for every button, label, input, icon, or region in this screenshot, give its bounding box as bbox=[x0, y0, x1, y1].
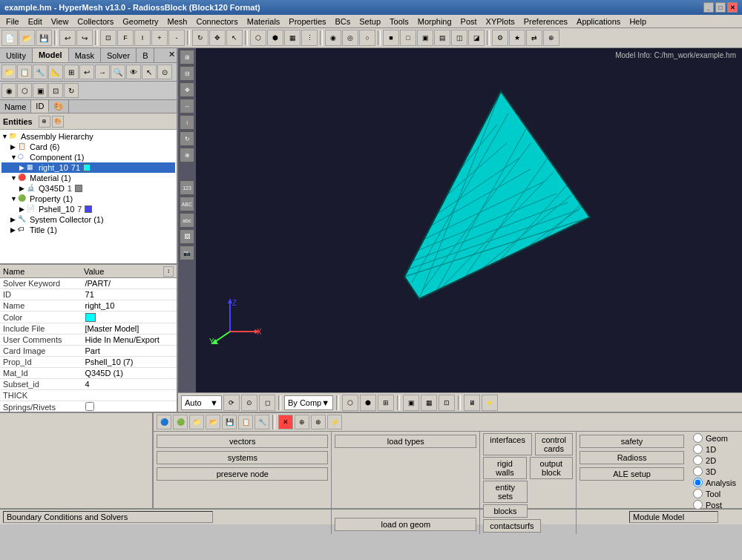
radio-1d[interactable]: 1D bbox=[693, 444, 736, 454]
bt-btn-10[interactable]: ⚡ bbox=[327, 415, 342, 429]
left-icon-3[interactable]: 🔧 bbox=[33, 65, 47, 79]
left-icon-4[interactable]: 📐 bbox=[48, 65, 63, 79]
vt-123-btn[interactable]: 123 bbox=[180, 180, 194, 195]
menu-mesh[interactable]: Mesh bbox=[163, 15, 192, 27]
radio-geom[interactable]: Geom bbox=[693, 433, 736, 443]
tree-right10[interactable]: ▶ ▦ right_10 71 bbox=[1, 162, 175, 173]
menu-help[interactable]: Help bbox=[625, 15, 651, 27]
shade-btn-5[interactable]: ◫ bbox=[451, 30, 467, 46]
load-on-geom-button[interactable]: load on geom bbox=[335, 518, 476, 531]
tree-title[interactable]: ▶ 🏷 Title (1) bbox=[1, 225, 175, 235]
output-block-button[interactable]: output block bbox=[530, 457, 573, 479]
select-button[interactable]: ↖ bbox=[226, 30, 243, 46]
view-front-button[interactable]: F bbox=[117, 30, 134, 46]
view-fit-button[interactable]: ⊡ bbox=[100, 30, 116, 46]
left-icon-13[interactable]: ⬡ bbox=[17, 83, 32, 98]
vectors-button[interactable]: vectors bbox=[157, 435, 328, 448]
left-icon-10[interactable]: ↖ bbox=[142, 65, 157, 79]
tab-utility[interactable]: Utility bbox=[0, 48, 33, 62]
left-icon-6[interactable]: ↩ bbox=[79, 65, 94, 79]
menu-applications[interactable]: Applications bbox=[572, 15, 625, 27]
preserve-node-button[interactable]: preserve node bbox=[157, 467, 328, 481]
menu-collectors[interactable]: Collectors bbox=[73, 15, 118, 27]
radio-analysis[interactable]: Analysis bbox=[693, 478, 736, 487]
vt-btn-4[interactable]: ↔ bbox=[180, 99, 194, 113]
menu-file[interactable]: File bbox=[1, 15, 24, 27]
menu-edit[interactable]: Edit bbox=[24, 15, 47, 27]
vt-btn-7[interactable]: ⊕ bbox=[180, 148, 194, 162]
vt-btn-2[interactable]: ⊟ bbox=[180, 66, 194, 81]
ale-setup-button[interactable]: ALE setup bbox=[580, 467, 684, 481]
radio-post[interactable]: Post bbox=[693, 500, 736, 510]
redo-button[interactable]: ↪ bbox=[76, 30, 93, 46]
vb-monitor-btn[interactable]: 🖥 bbox=[464, 395, 480, 411]
menu-preferences[interactable]: Preferences bbox=[519, 15, 572, 27]
tab-b[interactable]: B bbox=[137, 48, 154, 62]
radio-2d[interactable]: 2D bbox=[693, 455, 736, 465]
shade-btn-2[interactable]: □ bbox=[400, 30, 416, 46]
minimize-button[interactable]: _ bbox=[703, 2, 714, 13]
bt-btn-4[interactable]: 📂 bbox=[206, 415, 220, 429]
mesh-btn-1[interactable]: ⬡ bbox=[250, 30, 266, 46]
subtab-name[interactable]: Name bbox=[0, 100, 31, 113]
radio-tool-input[interactable] bbox=[693, 489, 703, 498]
vt-img-btn[interactable]: 🖼 bbox=[180, 229, 194, 244]
bt-btn-9[interactable]: ⊗ bbox=[311, 415, 326, 429]
bt-btn-1[interactable]: 🔵 bbox=[157, 415, 171, 429]
shade-btn-6[interactable]: ◪ bbox=[468, 30, 485, 46]
mesh-btn-2[interactable]: ⬢ bbox=[267, 30, 283, 46]
bycomp-dropdown[interactable]: By Comp ▼ bbox=[284, 395, 333, 410]
tab-solver[interactable]: Solver bbox=[101, 48, 137, 62]
load-types-button[interactable]: load types bbox=[335, 435, 476, 448]
tree-syscollector[interactable]: ▶ 🔧 System Collector (1) bbox=[1, 214, 175, 225]
springs-checkbox[interactable] bbox=[85, 402, 94, 411]
menu-setup[interactable]: Setup bbox=[355, 15, 385, 27]
shade-btn-4[interactable]: ▤ bbox=[434, 30, 450, 46]
entity-sets-button[interactable]: entity sets bbox=[483, 481, 527, 503]
menu-connectors[interactable]: Connectors bbox=[191, 15, 242, 27]
menu-xyplots[interactable]: XYPlots bbox=[482, 15, 519, 27]
viewport-canvas[interactable]: Model Info: C:/hm_work/example.hm ⊞ ⊟ ✥ … bbox=[178, 48, 742, 392]
subtab-id[interactable]: ID bbox=[31, 100, 49, 113]
left-icon-7[interactable]: → bbox=[95, 65, 110, 79]
new-button[interactable]: 📄 bbox=[1, 30, 18, 46]
vb-btn-1[interactable]: ⟳ bbox=[223, 395, 240, 411]
props-expand-btn[interactable]: ↕ bbox=[163, 266, 174, 277]
left-icon-8[interactable]: 🔍 bbox=[111, 65, 125, 79]
subtab-color[interactable]: 🎨 bbox=[49, 100, 69, 113]
radio-tool[interactable]: Tool bbox=[693, 489, 736, 498]
left-icon-1[interactable]: 📁 bbox=[1, 65, 16, 79]
color-swatch[interactable] bbox=[85, 313, 96, 322]
display-btn-3[interactable]: ○ bbox=[359, 30, 375, 46]
vb-btn-8[interactable]: ▦ bbox=[421, 395, 437, 411]
vb-btn-4[interactable]: ⬡ bbox=[342, 395, 358, 411]
vt-btn-1[interactable]: ⊞ bbox=[180, 50, 194, 65]
control-cards-button[interactable]: control cards bbox=[535, 433, 573, 455]
menu-tools[interactable]: Tools bbox=[385, 15, 413, 27]
radio-2d-input[interactable] bbox=[693, 455, 703, 465]
bt-btn-2[interactable]: 🟢 bbox=[173, 415, 188, 429]
extra-btn-3[interactable]: ⇄ bbox=[526, 30, 542, 46]
vb-btn-5[interactable]: ⬢ bbox=[360, 395, 376, 411]
vt-abc-btn[interactable]: ABC bbox=[180, 197, 194, 211]
systems-button[interactable]: systems bbox=[157, 451, 328, 464]
radio-analysis-input[interactable] bbox=[693, 478, 703, 487]
zoom-in-button[interactable]: + bbox=[151, 30, 168, 46]
shade-btn-1[interactable]: ■ bbox=[383, 30, 399, 46]
tree-component[interactable]: ▼ ⬡ Component (1) bbox=[1, 152, 175, 162]
menu-view[interactable]: View bbox=[47, 15, 73, 27]
rigid-walls-button[interactable]: rigid walls bbox=[483, 457, 526, 479]
left-icon-15[interactable]: ⊡ bbox=[48, 83, 63, 98]
vt-btn-6[interactable]: ↻ bbox=[180, 131, 194, 146]
safety-button[interactable]: safety bbox=[580, 435, 684, 448]
rotate-button[interactable]: ↻ bbox=[192, 30, 209, 46]
maximize-button[interactable]: □ bbox=[715, 2, 726, 13]
radio-3d[interactable]: 3D bbox=[693, 467, 736, 476]
contactsurfs-button[interactable]: contactsurfs bbox=[483, 519, 540, 533]
mesh-btn-3[interactable]: ▦ bbox=[284, 30, 301, 46]
left-icon-12[interactable]: ◉ bbox=[1, 83, 16, 98]
menu-bcs[interactable]: BCs bbox=[331, 15, 355, 27]
tree-pshell10[interactable]: ▶ 📄 Pshell_10 7 bbox=[1, 204, 175, 214]
entity-icon-2[interactable]: 🎨 bbox=[52, 116, 64, 128]
view-iso-button[interactable]: I bbox=[134, 30, 151, 46]
